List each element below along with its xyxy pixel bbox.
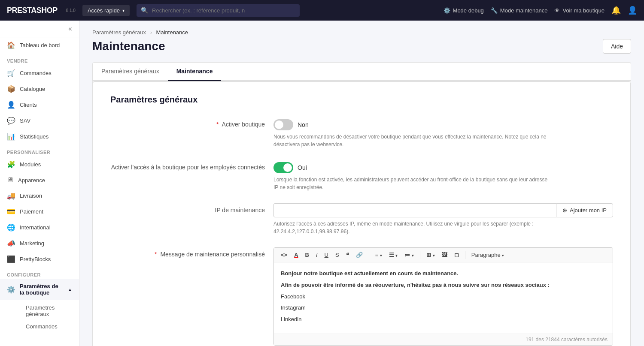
sidebar-item-prettyblocks[interactable]: ⬛ PrettyBlocks xyxy=(0,251,79,267)
editor-embed-button[interactable]: ◻ xyxy=(452,250,462,259)
search-icon: 🔍 xyxy=(141,7,148,14)
editor-underline-button[interactable]: U xyxy=(322,250,331,259)
toggle-boutique-wrap: Non xyxy=(273,117,613,130)
dashboard-icon: 🏠 xyxy=(7,41,15,49)
page-title: Maintenance xyxy=(92,39,165,53)
editor-bold-button[interactable]: B xyxy=(303,250,312,259)
sidebar-item-statistiques[interactable]: 📊 Statistiques xyxy=(0,129,79,144)
activer-boutique-toggle[interactable] xyxy=(273,119,293,130)
activer-boutique-help: Nous vous recommandons de désactiver vot… xyxy=(273,133,548,148)
editor-code-button[interactable]: <> xyxy=(278,250,290,259)
page-header: Maintenance Aide xyxy=(92,39,631,54)
editor-content[interactable]: Bonjour notre boutique est actuellement … xyxy=(274,262,613,334)
eye-icon: 👁 xyxy=(554,7,560,14)
quick-access-button[interactable]: Accès rapide ▾ xyxy=(82,5,130,16)
maintenance-mode-button[interactable]: 🔧 Mode maintenance xyxy=(491,7,548,14)
activer-acces-value-label: Oui xyxy=(298,164,307,171)
sidebar-item-marketing[interactable]: 📣 Marketing xyxy=(0,235,79,251)
sidebar-item-apparence[interactable]: 🖥 Apparence xyxy=(0,172,79,188)
livraison-icon: 🚚 xyxy=(7,192,15,200)
editor-line-3: Facebook xyxy=(281,292,606,301)
navbar: PRESTASHOP 8.1.0 Accès rapide ▾ 🔍 ⚙️ Mod… xyxy=(0,0,644,21)
ip-maintenance-help: Autorisez l'accès à ces adresses IP, mêm… xyxy=(273,220,548,235)
required-asterisk: * xyxy=(216,121,219,128)
ip-maintenance-input[interactable] xyxy=(273,203,556,217)
cart-icon: 🛒 xyxy=(7,69,15,77)
breadcrumb: Paramètres généraux › Maintenance xyxy=(92,29,631,36)
toggle-acces-slider xyxy=(273,162,293,173)
tab-content: Paramètres généraux * Activer boutique N… xyxy=(92,81,631,346)
notifications-button[interactable]: 🔔 xyxy=(611,6,621,15)
activer-boutique-control: Non Nous vous recommandons de désactiver… xyxy=(273,117,613,148)
editor-line-2: Afin de pouvoir être informé de sa réouv… xyxy=(281,281,606,290)
sidebar-item-livraison[interactable]: 🚚 Livraison xyxy=(0,188,79,204)
sidebar-sub-parametres-boutique: Paramètres généraux Commandes xyxy=(0,300,79,334)
add-ip-button[interactable]: ⊕ Ajouter mon IP xyxy=(556,203,613,217)
sidebar-sub-item-parametres-generaux[interactable]: Paramètres généraux xyxy=(18,301,79,320)
ip-maintenance-label-col: IP de maintenance xyxy=(110,203,273,214)
user-account-button[interactable]: 👤 xyxy=(628,6,637,15)
toggle-acces-wrap: Oui xyxy=(273,160,613,173)
search-input[interactable] xyxy=(137,4,300,17)
paragraph-dropdown-arrow: ▾ xyxy=(502,253,504,258)
plus-circle-icon: ⊕ xyxy=(562,207,567,214)
stats-icon: 📊 xyxy=(7,132,15,141)
sidebar-item-sav[interactable]: 💬 SAV xyxy=(0,113,79,129)
editor-list-ol-button[interactable]: ≔ ▾ xyxy=(402,250,416,259)
rich-text-editor: <> A B I U S ❝ 🔗 ≡ ▾ ☰ ▾ xyxy=(273,247,613,346)
editor-paragraph-button[interactable]: Paragraphe ▾ xyxy=(469,250,507,259)
main-content: Paramètres généraux › Maintenance Mainte… xyxy=(79,21,644,346)
sidebar-item-tableau-de-bord[interactable]: 🏠 Tableau de bord xyxy=(0,37,79,53)
sidebar-item-catalogue[interactable]: 📦 Catalogue xyxy=(0,81,79,97)
settings-icon: ⚙️ xyxy=(7,286,15,294)
toolbar-separator-2 xyxy=(420,251,420,259)
ip-maintenance-control: ⊕ Ajouter mon IP Autorisez l'accès à ces… xyxy=(273,203,613,235)
editor-link-button[interactable]: 🔗 xyxy=(353,250,365,259)
editor-strikethrough-button[interactable]: S xyxy=(333,250,342,259)
search-container: 🔍 xyxy=(137,4,300,17)
sidebar-sub-item-commandes[interactable]: Commandes xyxy=(18,320,79,333)
activer-acces-control: Oui Lorsque la fonction est activée, les… xyxy=(273,160,613,191)
help-button[interactable]: Aide xyxy=(603,39,631,54)
sidebar-item-modules[interactable]: 🧩 Modules xyxy=(0,156,79,172)
form-section-title: Paramètres généraux xyxy=(110,95,613,105)
editor-image-button[interactable]: 🖼 xyxy=(439,250,450,259)
activer-acces-toggle[interactable] xyxy=(273,162,293,173)
sidebar-section-personnaliser: PERSONNALISER xyxy=(0,144,79,156)
debug-mode-button[interactable]: ⚙️ Mode debug xyxy=(444,7,484,14)
breadcrumb-separator: › xyxy=(150,29,152,36)
sidebar-item-paiement[interactable]: 💳 Paiement xyxy=(0,204,79,220)
editor-list-ul-button[interactable]: ☰ ▾ xyxy=(386,250,401,259)
sidebar-item-parametres-boutique[interactable]: ⚙️ Paramètres de la boutique ▲ xyxy=(0,279,79,300)
sav-icon: 💬 xyxy=(7,117,15,125)
apparence-icon: 🖥 xyxy=(7,176,14,184)
editor-font-color-button[interactable]: A xyxy=(292,250,301,259)
app-version: 8.1.0 xyxy=(66,8,76,13)
editor-align-button[interactable]: ≡ ▾ xyxy=(373,250,385,259)
message-maintenance-label-col: * Message de maintenance personnalisé xyxy=(110,247,273,258)
sidebar-item-clients[interactable]: 👤 Clients xyxy=(0,97,79,113)
view-shop-button[interactable]: 👁 Voir ma boutique xyxy=(554,7,605,14)
tab-maintenance[interactable]: Maintenance xyxy=(168,63,222,81)
breadcrumb-parent[interactable]: Paramètres généraux xyxy=(92,29,146,36)
clients-icon: 👤 xyxy=(7,101,15,109)
editor-italic-button[interactable]: I xyxy=(313,250,320,259)
editor-blockquote-button[interactable]: ❝ xyxy=(343,250,352,259)
prettyblocks-icon: ⬛ xyxy=(7,255,15,263)
activer-boutique-row: * Activer boutique Non Nous vous recomma… xyxy=(110,117,613,148)
paiement-icon: 💳 xyxy=(7,208,15,216)
modules-icon: 🧩 xyxy=(7,160,15,168)
sidebar-collapse: « xyxy=(0,21,79,37)
activer-acces-label-col: Activer l'accès à la boutique pour les e… xyxy=(110,160,273,171)
sidebar-item-international[interactable]: 🌐 International xyxy=(0,220,79,235)
collapse-sidebar-button[interactable]: « xyxy=(68,25,72,33)
chevron-down-icon: ▾ xyxy=(122,8,125,13)
sidebar: « 🏠 Tableau de bord VENDRE 🛒 Commandes 📦… xyxy=(0,21,79,346)
sidebar-item-commandes[interactable]: 🛒 Commandes xyxy=(0,65,79,81)
tabs-container: Paramètres généraux Maintenance xyxy=(92,62,631,81)
toolbar-separator-1 xyxy=(369,251,369,259)
tab-parametres-generaux[interactable]: Paramètres généraux xyxy=(93,63,168,81)
editor-table-button[interactable]: ⊞ ▾ xyxy=(424,250,437,259)
editor-toolbar: <> A B I U S ❝ 🔗 ≡ ▾ ☰ ▾ xyxy=(274,248,613,262)
editor-line-5: Linkedin xyxy=(281,315,606,324)
